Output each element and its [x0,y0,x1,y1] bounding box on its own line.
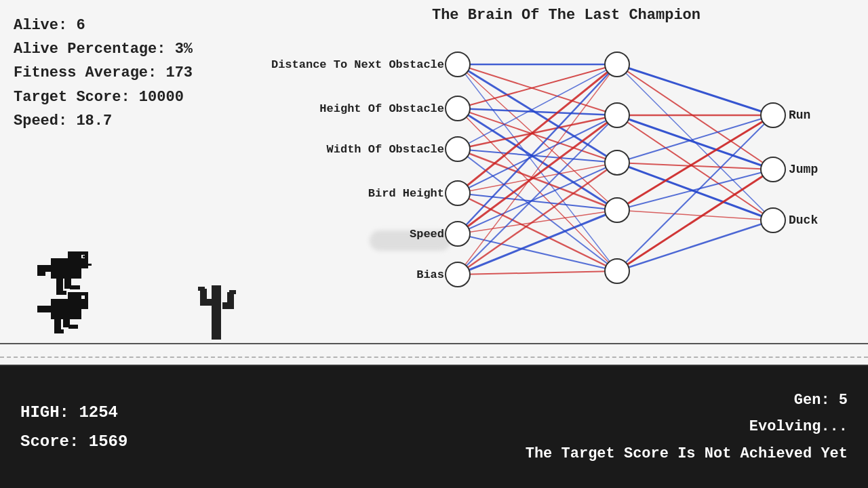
svg-rect-24 [227,292,234,309]
svg-rect-17 [54,329,64,333]
high-score: HIGH: 1254 [20,398,526,427]
svg-rect-11 [73,260,79,264]
svg-line-58 [617,64,773,169]
nn-svg: Distance To Next Obstacle Height Of Obst… [271,27,861,319]
svg-point-72 [446,52,470,77]
svg-rect-25 [198,287,205,291]
cactus-sprite [197,279,237,343]
svg-point-87 [605,198,629,222]
neural-network-panel: The Brain Of The Last Champion [271,7,861,319]
svg-point-77 [446,262,470,287]
svg-text:Bird Height: Bird Height [368,187,444,200]
dino-sprite [34,251,98,343]
svg-rect-20 [212,285,221,340]
svg-point-91 [761,208,785,232]
svg-point-85 [605,103,629,127]
stats-panel: Alive: 6 Alive Percentage: 3% Fitness Av… [14,14,193,133]
svg-point-74 [446,137,470,161]
target-status: The Target Score Is Not Achieved Yet [526,441,848,468]
speed: Speed: 18.7 [14,109,193,133]
svg-line-61 [617,115,773,169]
fitness-average: Fitness Average: 173 [14,61,193,85]
evolving-status: Evolving... [526,413,848,441]
svg-line-66 [617,115,773,210]
svg-line-39 [458,149,617,163]
svg-point-75 [446,181,470,205]
ground-dashes [0,357,868,358]
svg-point-89 [761,103,785,127]
bottom-bar: HIGH: 1254 Score: 1569 Gen: 5 Evolving..… [0,366,868,488]
svg-rect-10 [70,285,80,289]
svg-rect-15 [37,306,51,312]
svg-line-37 [458,64,617,149]
svg-rect-13 [68,292,88,309]
nn-title: The Brain Of The Last Champion [271,7,861,24]
svg-point-76 [446,222,470,246]
svg-point-88 [605,259,629,283]
svg-rect-7 [56,279,63,292]
svg-text:Height Of Obstacle: Height Of Obstacle [319,102,444,115]
svg-line-57 [617,64,773,115]
svg-line-46 [458,193,617,271]
svg-rect-22 [200,289,207,306]
game-area: Alive: 6 Alive Percentage: 3% Fitness Av… [0,0,868,366]
svg-point-84 [605,52,629,77]
ground-line [0,343,868,344]
svg-point-86 [605,150,629,175]
svg-line-70 [617,169,773,271]
svg-line-56 [458,271,617,274]
current-score: Score: 1569 [20,427,526,456]
svg-text:Width Of Obstacle: Width Of Obstacle [327,143,444,156]
alive-count: Alive: 6 [14,14,193,37]
svg-rect-3 [83,256,85,258]
svg-point-73 [446,96,470,121]
svg-text:Duck: Duck [789,214,818,227]
target-score: Target Score: 10000 [14,85,193,109]
svg-text:Run: Run [789,108,810,122]
bottom-right-stats: Gen: 5 Evolving... The Target Score Is N… [526,387,848,468]
svg-text:Speed: Speed [410,228,444,241]
svg-rect-26 [229,290,236,294]
alive-percentage: Alive Percentage: 3% [14,37,193,61]
svg-rect-6 [37,270,45,276]
svg-text:Jump: Jump [789,163,818,176]
svg-rect-8 [56,291,66,295]
svg-rect-4 [86,264,92,266]
generation: Gen: 5 [526,387,848,414]
svg-rect-19 [68,325,78,329]
svg-text:Distance To Next Obstacle: Distance To Next Obstacle [271,58,444,71]
svg-rect-14 [81,296,85,299]
bottom-left-stats: HIGH: 1254 Score: 1569 [20,398,526,456]
svg-point-90 [761,157,785,182]
svg-line-71 [617,220,773,271]
svg-text:Bias: Bias [416,268,444,281]
svg-line-50 [458,210,617,234]
